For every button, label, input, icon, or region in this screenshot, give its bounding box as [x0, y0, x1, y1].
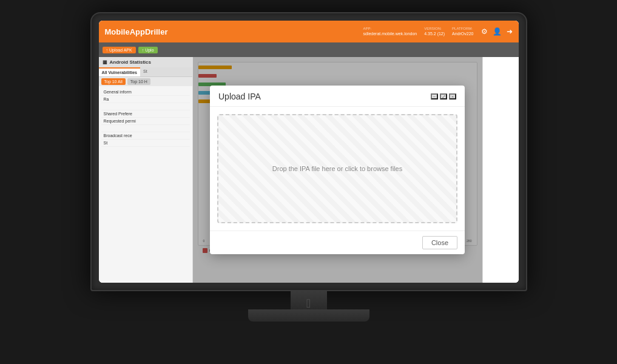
- minimize-button[interactable]: −: [431, 93, 438, 99]
- left-panel: ▦ Android Statistics All Vulnerabilities…: [99, 57, 193, 283]
- upload-apk-button[interactable]: ↑ Upload APK: [103, 47, 136, 53]
- modal-close-button[interactable]: Close: [422, 236, 457, 249]
- tab-all-vulnerabilities[interactable]: All Vulnerabilities: [99, 67, 140, 76]
- list-item: Shared Prefere: [101, 110, 190, 118]
- window-controls: − ⤢ ×: [431, 93, 456, 99]
- platform-label: PLATFORM:: [452, 26, 473, 31]
- platform-value: AndrOv220: [452, 32, 473, 36]
- header-app-meta: APP: sdlederat.mobile.wek.london: [363, 26, 417, 37]
- tabs-row: All Vulnerabilities St: [99, 67, 192, 77]
- left-panel-items: General inform Ra Shared Prefere Request…: [99, 86, 192, 149]
- monitor-body: MobileAppDriller APP: sdlederat.mobile.w…: [90, 12, 527, 291]
- list-item: Ra: [101, 96, 190, 103]
- app-value: sdlederat.mobile.wek.london: [363, 32, 417, 36]
- list-item: [101, 125, 190, 132]
- header-info: APP: sdlederat.mobile.wek.london VERSION…: [363, 26, 512, 37]
- app-label: APP:: [363, 26, 417, 31]
- sub-tabs-row: Top 10 All Top 10 H: [99, 77, 192, 86]
- logo-mobile: Mobile: [105, 27, 130, 36]
- logo-app: App: [130, 27, 145, 36]
- file-drop-zone[interactable]: Drop the IPA file here or click to brows…: [217, 114, 457, 223]
- tab-st[interactable]: St: [140, 67, 150, 76]
- upload-ipa-button[interactable]: ↑ Uplo: [138, 47, 158, 53]
- monitor: MobileAppDriller APP: sdlederat.mobile.w…: [72, 12, 545, 352]
- logout-icon[interactable]: ➜: [507, 27, 513, 36]
- header-platform-meta: PLATFORM: AndrOv220: [452, 26, 473, 37]
- app-toolbar: ↑ Upload APK ↑ Uplo: [99, 42, 519, 57]
- version-value: 4.35.2 (12): [424, 32, 445, 36]
- drop-zone-text: Drop the IPA file here or click to brows…: [272, 165, 402, 172]
- panel-title: ▦ Android Statistics: [99, 57, 192, 67]
- modal-body: Drop the IPA file here or click to brows…: [210, 107, 465, 231]
- sub-tab-top10-h[interactable]: Top 10 H: [127, 78, 150, 85]
- modal-header: Upload IPA − ⤢ ×: [210, 86, 465, 107]
- header-logo: MobileAppDriller: [105, 27, 168, 36]
- sub-tab-top10-all[interactable]: Top 10 All: [101, 78, 126, 85]
- chart-icon: ▦: [103, 59, 107, 65]
- monitor-base: [248, 309, 369, 322]
- main-content: 0 20 40 60 80 100 120 140 160 180: [193, 57, 482, 283]
- gear-icon[interactable]: ⚙: [481, 27, 488, 36]
- screen: MobileAppDriller APP: sdlederat.mobile.w…: [99, 21, 519, 283]
- list-item: General inform: [101, 89, 190, 96]
- app-content: ▦ Android Statistics All Vulnerabilities…: [99, 57, 519, 283]
- modal-title: Upload IPA: [218, 92, 261, 101]
- logo-driller: Driller: [145, 27, 168, 36]
- list-item: Broadcast rece: [101, 132, 190, 140]
- modal-overlay: Upload IPA − ⤢ × Drop the IPA: [193, 57, 482, 283]
- right-panel: [482, 57, 519, 283]
- app-header: MobileAppDriller APP: sdlederat.mobile.w…: [99, 21, 519, 42]
- maximize-button[interactable]: ⤢: [440, 93, 447, 99]
- apple-logo: : [306, 297, 311, 311]
- list-item: St: [101, 140, 190, 147]
- version-label: VERSION:: [424, 26, 445, 31]
- logo-text: MobileAppDriller: [105, 27, 168, 36]
- list-item: [101, 103, 190, 110]
- app-wrapper: MobileAppDriller APP: sdlederat.mobile.w…: [99, 21, 519, 283]
- close-window-button[interactable]: ×: [449, 93, 456, 99]
- list-item: Requested permi: [101, 118, 190, 125]
- header-icons: ⚙ 👤 ➜: [481, 27, 513, 36]
- panel-title-text: Android Statistics: [110, 59, 151, 65]
- header-version-meta: VERSION: 4.35.2 (12): [424, 26, 445, 37]
- modal-footer: Close: [210, 231, 465, 254]
- upload-ipa-modal: Upload IPA − ⤢ × Drop the IPA: [210, 86, 465, 254]
- user-icon[interactable]: 👤: [493, 27, 502, 36]
